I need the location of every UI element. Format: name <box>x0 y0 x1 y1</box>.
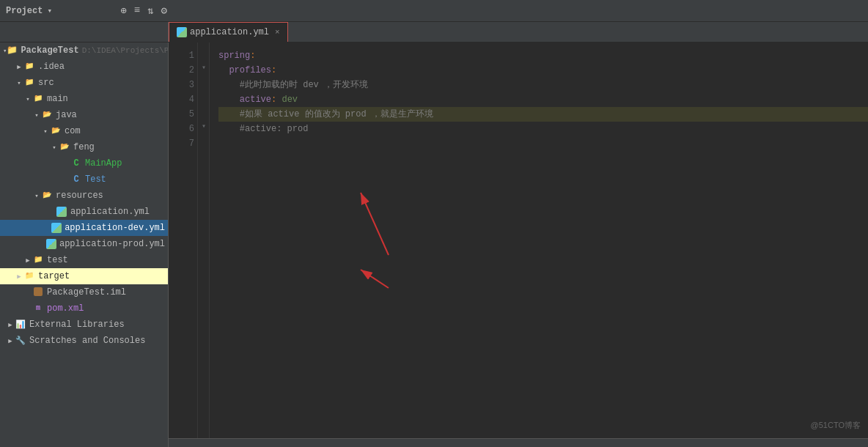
expand-arrow: ▶ <box>23 256 32 265</box>
sidebar-label: External Libraries <box>29 319 125 330</box>
scratch-icon: 🔧 <box>15 336 26 346</box>
code-line-5: #如果 active 的值改为 prod ，就是生产环境 <box>218 107 868 122</box>
expand-arrow: ▶ <box>6 321 15 329</box>
sidebar-path: D:\IDEA\Projects\PackageTest <box>82 46 169 55</box>
code-text: spring <box>218 48 250 63</box>
yml-file-icon <box>46 239 56 249</box>
code-line-1: spring: <box>218 48 868 63</box>
tab-close-button[interactable]: × <box>275 28 280 37</box>
code-text: profiles <box>229 63 271 78</box>
sidebar-item-com[interactable]: ▾ 📂 com <box>0 123 168 139</box>
folder-blue-icon: 📂 <box>50 126 62 136</box>
sidebar-label: pom.xml <box>47 303 84 314</box>
sidebar-label: java <box>56 110 77 120</box>
expand-arrow: ▾ <box>23 95 32 103</box>
project-arrow[interactable]: ▾ <box>47 6 52 15</box>
sidebar-item-application-yml[interactable]: ▶ application.yml <box>0 204 168 220</box>
sidebar-item-test-folder[interactable]: ▶ 📁 test <box>0 252 168 268</box>
sidebar-label: src <box>38 78 54 88</box>
yml-file-icon <box>56 207 67 217</box>
sidebar-item-application-prod-yml[interactable]: ▶ application-prod.yml <box>0 236 168 252</box>
tab-file-icon <box>177 27 187 37</box>
code-line-7 <box>218 136 868 151</box>
sidebar-label: Scratches and Consoles <box>29 336 145 346</box>
editor-panel: 1 2 3 4 5 6 7 ▾ ▾ spr <box>169 43 868 447</box>
expand-arrow: ▶ <box>15 273 23 281</box>
sidebar-label: PackageTest <box>21 45 78 56</box>
settings-icon[interactable]: ⚙ <box>160 3 169 18</box>
sidebar-item-pom-xml[interactable]: ▶ m pom.xml <box>0 300 168 317</box>
iml-icon <box>32 287 44 298</box>
folder-blue-icon: 📂 <box>59 142 70 152</box>
code-line-2: profiles: <box>218 63 868 78</box>
class-icon: C <box>70 174 82 185</box>
class-icon: C <box>70 158 82 169</box>
folder-icon: 📁 <box>23 271 35 281</box>
sidebar-label: application-dev.yml <box>65 223 165 233</box>
expand-arrow: ▶ <box>15 63 23 71</box>
sidebar-item-packagetest-iml[interactable]: ▶ PackageTest.iml <box>0 284 168 300</box>
sidebar-label: com <box>65 126 81 136</box>
sidebar-label: test <box>47 255 68 265</box>
code-area[interactable]: spring: profiles: #此时加载的时 dev ，开发环境 acti… <box>210 43 868 438</box>
code-text: #active: prod <box>218 122 308 136</box>
folder-icon: 📁 <box>32 94 44 104</box>
editor-content: 1 2 3 4 5 6 7 ▾ ▾ spr <box>169 43 868 438</box>
yml-file-icon <box>51 223 62 233</box>
sidebar-item-test-class[interactable]: ▶ C Test <box>0 171 168 188</box>
sort-icon[interactable]: ⇅ <box>146 3 155 18</box>
sidebar-item-packagetest[interactable]: ▾ 📁 PackageTest D:\IDEA\Projects\Package… <box>0 43 168 59</box>
ext-lib-icon: 📊 <box>15 319 26 330</box>
fold-marker-2[interactable]: ▾ <box>198 63 210 78</box>
locate-icon[interactable]: ⊕ <box>119 3 128 18</box>
tab-label: application.yml <box>190 27 269 37</box>
code-text: #此时加载的时 dev ，开发环境 <box>218 78 368 92</box>
folder-blue-icon: 📂 <box>41 191 53 201</box>
sidebar-label: feng <box>73 142 95 152</box>
folder-blue-icon: 📂 <box>41 110 53 120</box>
fold-marker-6[interactable]: ▾ <box>198 122 210 136</box>
expand-arrow: ▾ <box>50 144 59 152</box>
structure-icon[interactable]: ≡ <box>133 3 141 18</box>
folder-icon: 📁 <box>23 62 35 72</box>
sidebar-item-resources[interactable]: ▾ 📂 resources <box>0 188 168 204</box>
toolbar-icons: ⊕ ≡ ⇅ ⚙ <box>119 3 169 18</box>
sidebar-item-java[interactable]: ▾ 📂 java <box>0 107 168 123</box>
fold-markers: ▾ ▾ <box>198 43 210 438</box>
line-numbers: 1 2 3 4 5 6 7 <box>169 43 198 438</box>
code-text: #如果 active 的值改为 prod ，就是生产环境 <box>218 107 433 122</box>
sidebar-label: target <box>38 271 70 281</box>
folder-icon: 📁 <box>23 78 35 88</box>
expand-arrow: ▾ <box>32 111 41 119</box>
project-panel-header: Project ▾ ⊕ ≡ ⇅ ⚙ <box>6 3 174 18</box>
editor-scrollbar[interactable] <box>169 438 868 447</box>
project-title: Project <box>6 6 43 16</box>
sidebar-label: .idea <box>38 62 65 72</box>
sidebar-label: main <box>47 94 68 104</box>
sidebar-label: application-prod.yml <box>59 239 165 249</box>
sidebar-label: application.yml <box>70 207 150 217</box>
main-content: ▾ 📁 PackageTest D:\IDEA\Projects\Package… <box>0 43 868 447</box>
code-line-3: #此时加载的时 dev ，开发环境 <box>218 78 868 92</box>
sidebar-item-src[interactable]: ▾ 📁 src <box>0 75 168 91</box>
code-text: active <box>240 92 271 107</box>
sidebar-label: MainApp <box>85 158 122 169</box>
code-line-4: active: dev <box>218 92 868 107</box>
sidebar-item-idea[interactable]: ▶ 📁 .idea <box>0 59 168 75</box>
sidebar-label: resources <box>56 191 103 201</box>
sidebar-item-external-libraries[interactable]: ▶ 📊 External Libraries <box>0 317 168 333</box>
watermark: @51CTO博客 <box>811 420 861 431</box>
sidebar-item-scratches[interactable]: ▶ 🔧 Scratches and Consoles <box>0 333 168 349</box>
sidebar-item-feng[interactable]: ▾ 📂 feng <box>0 139 168 155</box>
sidebar-item-target[interactable]: ▶ 📁 target <box>0 268 168 284</box>
sidebar-label: Test <box>85 174 106 185</box>
code-line-6: #active: prod <box>218 122 868 136</box>
sidebar-item-mainapp[interactable]: ▶ C MainApp <box>0 155 168 171</box>
expand-arrow: ▾ <box>15 79 23 87</box>
sidebar-item-main[interactable]: ▾ 📁 main <box>0 91 168 107</box>
tab-application-yml[interactable]: application.yml × <box>169 22 288 42</box>
tab-bar: application.yml × <box>0 22 868 43</box>
top-bar: Project ▾ ⊕ ≡ ⇅ ⚙ <box>0 0 868 22</box>
sidebar-item-application-dev-yml[interactable]: ▶ application-dev.yml <box>0 220 168 236</box>
project-sidebar[interactable]: ▾ 📁 PackageTest D:\IDEA\Projects\Package… <box>0 43 169 447</box>
